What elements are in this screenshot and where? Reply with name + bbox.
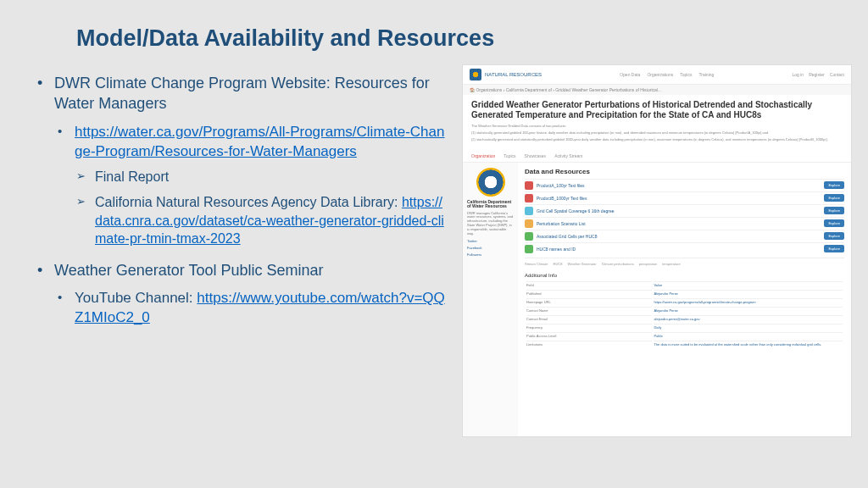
explore-button[interactable]: Explore [824, 219, 844, 227]
tab-organization[interactable]: Organization [471, 153, 495, 158]
nav-item[interactable]: Topics [680, 72, 692, 77]
desc-para: (1) statistically generated gridded 100-… [471, 130, 843, 135]
bullet-item: YouTube Channel: https://www.youtube.com… [54, 289, 449, 328]
bullet-column: DWR Climate Change Program Website: Reso… [34, 73, 449, 437]
info-value: Public [654, 332, 843, 339]
screenshot-column: NATURAL RESOURCES Open Data Organization… [462, 64, 852, 437]
sidebar-link[interactable]: Facebook [467, 246, 514, 250]
top-nav: Open Data Organizations Topics Training [620, 72, 714, 77]
resource-row: ProductB_1000yr Text filesExplore [525, 191, 844, 204]
sidebar-link[interactable]: Followers [467, 252, 514, 257]
contact-link[interactable]: Contact [830, 72, 844, 77]
slide-title: Model/Data Availability and Resources [76, 25, 834, 52]
section-heading: Additional Info [525, 273, 844, 278]
nav-item[interactable]: Training [698, 72, 714, 77]
slide-content: DWR Climate Change Program Website: Reso… [34, 73, 834, 437]
bullet-text: Weather Generator Tool Public Seminar [54, 262, 324, 279]
file-icon [525, 245, 533, 253]
bullet-text: YouTube Channel: [75, 290, 197, 306]
org-seal-icon [476, 168, 505, 197]
tag[interactable]: Weather Generator [567, 262, 596, 266]
file-icon [525, 207, 533, 215]
register-link[interactable]: Register [809, 72, 825, 77]
explore-button[interactable]: Explore [824, 207, 844, 214]
nav-item[interactable]: Open Data [620, 72, 640, 77]
resource-label[interactable]: Grid Cell Spatial Coverage 6 16th degree [537, 208, 821, 214]
info-value: Daily [654, 324, 843, 330]
dataset-title: Gridded Weather Generator Perturbations … [463, 95, 851, 124]
info-value: Alejandro Perez [654, 307, 843, 313]
tag[interactable]: precipitation [639, 262, 658, 266]
tag[interactable]: temperature [662, 262, 681, 266]
bullet-item: https://water.ca.gov/Programs/All-Progra… [54, 123, 449, 248]
table-row: Public Access LevelPublic [526, 332, 843, 339]
info-value: The data is more suited to be evaluated … [654, 341, 843, 347]
bullet-item: Weather Generator Tool Public Seminar Yo… [34, 260, 449, 328]
tab-showcases[interactable]: Showcases [525, 153, 547, 158]
bullet-text: California Natural Resources Agency Data… [95, 195, 402, 209]
resource-label[interactable]: ProductB_1000yr Text files [537, 196, 821, 201]
info-key: Contact Name [526, 307, 652, 313]
crumb-home[interactable]: Organizations [476, 87, 502, 92]
login-link[interactable]: Log in [793, 72, 804, 77]
section-heading: Data and Resources [525, 168, 844, 175]
site-logo: NATURAL RESOURCES [470, 69, 542, 80]
tag-row: Stream ClimateHUC8Weather GeneratorClima… [525, 258, 844, 269]
table-row: FieldValue [526, 281, 843, 288]
org-name: California Department of Water Resources [467, 200, 514, 209]
logo-icon [470, 69, 481, 80]
info-table: FieldValuePublishedAlejandro PerezHomepa… [525, 280, 844, 349]
crumb-item: Gridded Weather Generator Perturbations … [555, 87, 661, 92]
resource-label[interactable]: Associated Grid Cells per HUC8 [537, 234, 821, 239]
org-desc: DWR manages California's water resources… [467, 212, 514, 236]
info-key: Homepage URL [526, 298, 652, 305]
resource-label[interactable]: HUC8 names and ID [537, 247, 821, 252]
desc-para: The Weather Generator Gridded Data consi… [471, 124, 843, 128]
file-icon [525, 181, 533, 190]
info-key: Field [526, 281, 652, 288]
table-row: Contact Emailalejandro.perez@water.ca.go… [526, 315, 843, 322]
info-key: Public Access Level [526, 332, 652, 339]
info-value: Value [654, 281, 843, 288]
file-icon [525, 194, 533, 202]
program-link[interactable]: https://water.ca.gov/Programs/All-Progra… [75, 124, 445, 159]
tag[interactable]: Stream Climate [525, 262, 548, 266]
top-links: Log in Register Contact [793, 72, 844, 77]
explore-button[interactable]: Explore [824, 181, 844, 189]
embedded-screenshot: NATURAL RESOURCES Open Data Organization… [462, 64, 852, 437]
tag[interactable]: Climate perturbations [602, 262, 634, 266]
sidebar: California Department of Water Resources… [463, 163, 518, 436]
tab-activity[interactable]: Activity Stream [554, 153, 582, 158]
tag[interactable]: HUC8 [554, 262, 563, 266]
nav-item[interactable]: Organizations [647, 72, 673, 77]
main-content: Data and Resources ProductA_100yr Text f… [518, 163, 851, 436]
info-key: Contact Email [526, 315, 652, 322]
breadcrumb: 🏠 Organizations › California Department … [463, 85, 851, 95]
logo-text: NATURAL RESOURCES [485, 72, 542, 77]
bullet-text: DWR Climate Change Program Website: Reso… [54, 75, 430, 112]
resource-row: HUC8 names and IDExplore [525, 242, 844, 255]
bullet-item: California Natural Resources Agency Data… [75, 193, 449, 248]
info-value: Alejandro Perez [654, 290, 843, 297]
explore-button[interactable]: Explore [824, 194, 844, 202]
tabs-row: Organization Topics Showcases Activity S… [463, 150, 851, 162]
info-value: alejandro.perez@water.ca.gov [654, 315, 843, 322]
table-row: Homepage URLhttps://water.ca.gov/program… [526, 298, 843, 305]
bullet-item: DWR Climate Change Program Website: Reso… [34, 73, 449, 248]
explore-button[interactable]: Explore [824, 245, 844, 252]
bullet-item: Final Report [75, 168, 449, 186]
sidebar-link[interactable]: Twitter [467, 239, 514, 243]
desc-para: (2) stochastically generated and statist… [471, 137, 843, 141]
info-key: Frequency [526, 324, 652, 330]
crumb-item[interactable]: California Department of [506, 87, 552, 92]
bullet-text: Final Report [95, 169, 169, 184]
info-key: Published [526, 290, 652, 297]
table-row: FrequencyDaily [526, 324, 843, 330]
resource-label[interactable]: Perturbation Scenario List [537, 221, 821, 226]
explore-button[interactable]: Explore [824, 232, 844, 240]
file-icon [525, 219, 533, 228]
table-row: Contact NameAlejandro Perez [526, 307, 843, 313]
resource-label[interactable]: ProductA_100yr Text files [537, 183, 821, 188]
tab-topics[interactable]: Topics [504, 153, 515, 158]
resource-list: ProductA_100yr Text filesExploreProductB… [525, 179, 844, 255]
